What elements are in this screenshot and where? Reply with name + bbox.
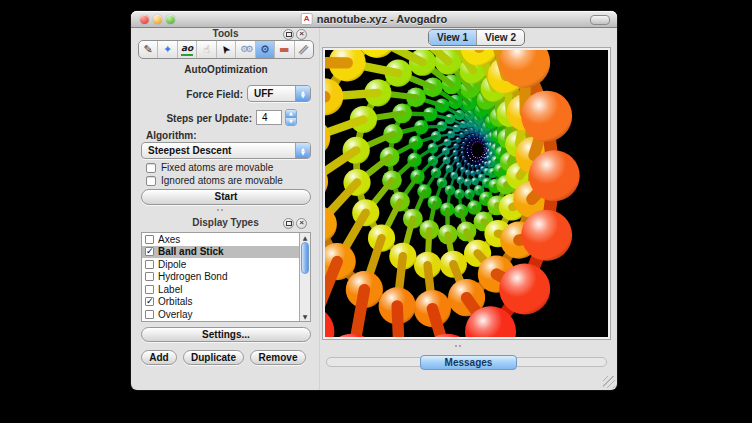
hand-tool-icon: ☝	[203, 44, 210, 55]
tab-view-2[interactable]: View 2	[476, 30, 524, 45]
avogadro-window: A nanotube.xyz - Avogadro Tools × ✎✦ao☝➤…	[131, 11, 617, 390]
steps-per-update-field[interactable]: 4	[256, 110, 282, 125]
minimize-window-button[interactable]	[153, 15, 162, 24]
scroll-down-icon[interactable]: ▼	[300, 313, 310, 320]
display-type-row[interactable]: Hydrogen Bond	[142, 271, 310, 284]
start-button[interactable]: Start	[141, 189, 311, 205]
checkbox[interactable]	[145, 272, 154, 281]
autooptimization-title: AutoOptimization	[138, 64, 314, 76]
display-type-label: Ball and Stick	[158, 246, 224, 257]
zmatrix-tool-button[interactable]: ∥	[295, 41, 313, 58]
dock-splitter-handle[interactable]	[217, 209, 223, 211]
checkbox[interactable]: ✓	[145, 297, 154, 306]
autooptimize-tool-button[interactable]: ⚙	[256, 41, 275, 58]
window-title-group: A nanotube.xyz - Avogadro	[301, 13, 448, 25]
tools-panel-float-button[interactable]	[283, 29, 294, 40]
document-icon: A	[301, 13, 313, 25]
algorithm-popup[interactable]: Steepest Descent ▲▼	[141, 142, 311, 159]
steps-stepper[interactable]: ▲ ▼	[285, 109, 297, 126]
measure-tool-button[interactable]: ▬	[275, 41, 294, 58]
tools-panel-close-button[interactable]: ×	[296, 29, 307, 40]
tab-view-1[interactable]: View 1	[429, 30, 476, 45]
ignored-atoms-label: Ignored atoms are movable	[161, 175, 283, 187]
checkbox[interactable]	[145, 285, 154, 294]
gl-viewport[interactable]	[325, 50, 608, 337]
draw-tool-icon: ✎	[144, 44, 153, 55]
label-tool-icon: ao	[181, 43, 193, 56]
display-type-row[interactable]: Overlay	[142, 308, 310, 321]
display-type-row[interactable]: ✓Ball and Stick	[142, 246, 310, 259]
display-types-list[interactable]: Axes✓Ball and StickDipoleHydrogen BondLa…	[141, 232, 311, 322]
messages-button[interactable]: Messages	[420, 355, 517, 370]
display-type-label: Overlay	[158, 309, 192, 320]
hand-tool-button[interactable]: ☝	[197, 41, 216, 58]
zmatrix-tool-icon: ∥	[298, 44, 310, 56]
toolbar-toggle-capsule[interactable]	[590, 15, 610, 25]
display-panel-float-button[interactable]	[283, 218, 294, 229]
display-type-row[interactable]: Axes	[142, 233, 310, 246]
scroll-up-icon[interactable]: ▲	[300, 234, 310, 241]
popup-arrows-icon: ▲▼	[295, 143, 310, 158]
navigate-tool-button[interactable]: ✦	[158, 41, 177, 58]
display-type-label: Hydrogen Bond	[158, 271, 228, 282]
label-tool-button[interactable]: ao	[178, 41, 197, 58]
display-type-label: Label	[158, 284, 182, 295]
draw-tool-button[interactable]: ✎	[139, 41, 158, 58]
algorithm-value: Steepest Descent	[142, 145, 295, 157]
float-icon	[286, 221, 292, 226]
checkbox[interactable]: ✓	[145, 247, 154, 256]
stepper-up-icon[interactable]: ▲	[286, 110, 296, 118]
force-field-value: UFF	[248, 88, 295, 100]
popup-arrows-icon: ▲▼	[295, 86, 310, 101]
navigate-tool-icon: ✦	[163, 44, 172, 55]
close-window-button[interactable]	[140, 15, 149, 24]
autooptimize-tool-icon: ⚙	[260, 44, 270, 55]
ignored-atoms-checkbox-row[interactable]: Ignored atoms are movable	[146, 175, 283, 187]
checkbox[interactable]	[145, 235, 154, 244]
close-icon: ×	[299, 219, 304, 227]
force-field-popup[interactable]: UFF ▲▼	[247, 85, 311, 102]
resize-grip-icon[interactable]	[603, 376, 615, 388]
scrollbar-thumb[interactable]	[301, 242, 309, 274]
bond-centric-tool-icon: ⚙⚙	[240, 44, 250, 55]
steps-per-update-label: Steps per Update:	[138, 113, 252, 125]
display-type-row[interactable]: Label	[142, 283, 310, 296]
checkbox[interactable]	[146, 176, 156, 186]
gl-viewport-frame	[322, 47, 611, 340]
bond-centric-tool-button[interactable]: ⚙⚙	[236, 41, 255, 58]
display-type-row[interactable]: ✓Orbitals	[142, 296, 310, 309]
select-tool-button[interactable]: ➤	[217, 41, 236, 58]
display-type-label: Orbitals	[158, 296, 192, 307]
checkbox[interactable]	[145, 260, 154, 269]
window-title: nanotube.xyz - Avogadro	[317, 13, 448, 25]
duplicate-button[interactable]: Duplicate	[183, 350, 244, 365]
nanotube-render	[325, 50, 608, 337]
display-type-label: Dipole	[158, 259, 186, 270]
measure-tool-icon: ▬	[279, 44, 289, 55]
select-tool-icon: ➤	[219, 43, 233, 57]
title-bar[interactable]: A nanotube.xyz - Avogadro	[131, 11, 617, 28]
display-panel-close-button[interactable]: ×	[296, 218, 307, 229]
remove-button[interactable]: Remove	[250, 350, 306, 365]
checkbox[interactable]	[146, 163, 156, 173]
fixed-atoms-label: Fixed atoms are movable	[161, 162, 273, 174]
view-tab-bar: View 1 View 2	[428, 29, 525, 46]
tools-toolbar: ✎✦ao☝➤⚙⚙⚙▬∥	[138, 40, 314, 59]
display-type-row[interactable]: Dipole	[142, 258, 310, 271]
display-type-label: Axes	[158, 234, 180, 245]
force-field-label: Force Field:	[138, 89, 243, 101]
close-icon: ×	[299, 30, 304, 38]
checkbox[interactable]	[145, 310, 154, 319]
list-scrollbar[interactable]: ▲ ▼	[299, 233, 310, 321]
algorithm-label: Algorithm:	[146, 130, 246, 142]
stepper-down-icon[interactable]: ▼	[286, 118, 296, 125]
add-button[interactable]: Add	[141, 350, 177, 365]
float-icon	[286, 32, 292, 37]
settings-button[interactable]: Settings...	[141, 327, 311, 342]
fixed-atoms-checkbox-row[interactable]: Fixed atoms are movable	[146, 162, 273, 174]
zoom-window-button[interactable]	[166, 15, 175, 24]
messages-splitter-handle[interactable]	[455, 345, 461, 347]
